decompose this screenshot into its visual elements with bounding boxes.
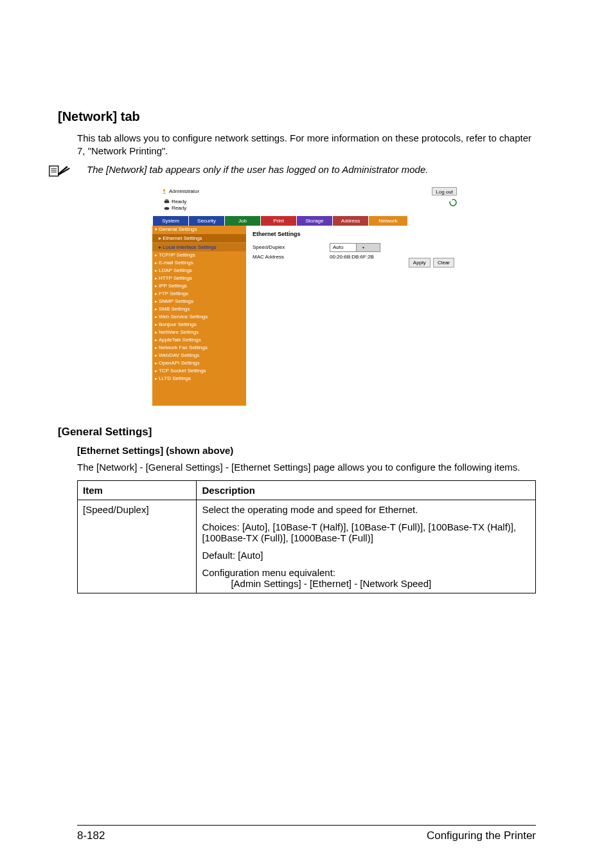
sidebar-item-netware[interactable]: NetWare Settings — [152, 329, 246, 336]
desc-line5: [Admin Settings] - [Ethernet] - [Network… — [202, 578, 530, 589]
table-header-row: Item Description — [78, 480, 536, 500]
th-item: Item — [78, 480, 197, 500]
tab-storage[interactable]: Storage — [297, 216, 333, 226]
chevron-down-icon — [356, 244, 380, 251]
network-tab-heading: [Network] tab — [58, 109, 536, 124]
table-row: [Speed/Duplex] Select the operating mode… — [78, 500, 536, 593]
tab-print[interactable]: Print — [261, 216, 297, 226]
content-title: Ethernet Settings — [253, 231, 454, 237]
sidebar-item-snmp[interactable]: SNMP Settings — [152, 298, 246, 305]
tab-system[interactable]: System — [153, 216, 189, 226]
note-block: The [Network] tab appears only if the us… — [48, 163, 536, 177]
current-user-label: Administrator — [169, 188, 199, 194]
th-description: Description — [197, 480, 536, 500]
sidebar-item-webdav[interactable]: WebDAV Settings — [152, 352, 246, 359]
speed-duplex-select[interactable]: Auto — [330, 243, 380, 252]
printer-status: Ready — [172, 199, 186, 204]
svg-point-5 — [163, 189, 166, 192]
sidebar-item-ethernet-label: Ethernet Settings — [163, 235, 202, 241]
svg-rect-0 — [49, 166, 58, 176]
intro-paragraph: This tab allows you to configure network… — [77, 132, 536, 157]
svg-point-8 — [164, 207, 170, 210]
note-text: The [Network] tab appears only if the us… — [87, 163, 428, 176]
td-description: Select the operating mode and speed for … — [197, 500, 536, 593]
scanner-status: Ready — [172, 205, 186, 211]
tab-address[interactable]: Address — [333, 216, 369, 226]
user-icon — [161, 188, 167, 194]
general-settings-heading: [General Settings] — [58, 426, 536, 439]
current-user-indicator: Administrator — [161, 188, 199, 194]
printer-ready-icon — [164, 199, 170, 204]
apply-button[interactable]: Apply — [409, 258, 431, 267]
page-number: 8-182 — [77, 829, 105, 842]
td-item: [Speed/Duplex] — [78, 500, 197, 593]
tab-network[interactable]: Network — [369, 216, 408, 226]
refresh-icon[interactable] — [449, 199, 457, 206]
desc-line2: Choices: [Auto], [10Base-T (Half)], [10B… — [202, 521, 530, 543]
settings-table: Item Description [Speed/Duplex] Select t… — [77, 480, 536, 593]
scanner-ready-icon — [164, 205, 170, 211]
sidebar-item-bonjour[interactable]: Bonjour Settings — [152, 321, 246, 329]
sidebar-item-local-interface-label: Local Interface Settings — [163, 244, 217, 250]
tab-security[interactable]: Security — [189, 216, 225, 226]
svg-rect-7 — [165, 199, 168, 201]
clear-button[interactable]: Clear — [433, 258, 454, 267]
top-tabs: System Security Job Print Storage Addres… — [152, 216, 461, 226]
page-footer: 8-182 Configuring the Printer — [77, 825, 536, 842]
note-icon — [48, 165, 71, 177]
sidebar-item-lltd[interactable]: LLTD Settings — [152, 375, 246, 383]
tab-job[interactable]: Job — [225, 216, 261, 226]
sidebar-item-http[interactable]: HTTP Settings — [152, 275, 246, 282]
embedded-screenshot: Administrator Log out Ready Ready — [152, 185, 461, 406]
sidebar-group-general[interactable]: General Settings — [152, 226, 246, 233]
svg-rect-6 — [164, 201, 170, 203]
sidebar-item-ldap[interactable]: LDAP Settings — [152, 267, 246, 275]
sidebar-item-appletalk[interactable]: AppleTalk Settings — [152, 336, 246, 344]
sidebar-item-ftp[interactable]: FTP Settings — [152, 290, 246, 298]
table-lead-paragraph: The [Network] - [General Settings] - [Et… — [77, 461, 536, 474]
sidebar-item-networkfax[interactable]: Network Fax Settings — [152, 344, 246, 352]
ethernet-settings-subheading: [Ethernet Settings] (shown above) — [77, 445, 536, 456]
mac-address-value: 00:20:6B:DB:6F:2B — [330, 254, 374, 260]
sidebar-item-tcpip[interactable]: TCP/IP Settings — [152, 251, 246, 259]
sidebar-item-ipp[interactable]: IPP Settings — [152, 282, 246, 290]
content-pane: Ethernet Settings Speed/Duplex Auto MAC … — [246, 226, 461, 406]
sidebar: General Settings ▸ Ethernet Settings ▸ L… — [152, 226, 246, 406]
sidebar-item-tcpsocket[interactable]: TCP Socket Settings — [152, 367, 246, 375]
sidebar-item-smb[interactable]: SMB Settings — [152, 305, 246, 313]
logout-button[interactable]: Log out — [432, 187, 457, 195]
mac-address-label: MAC Address — [253, 254, 330, 260]
speed-duplex-value: Auto — [330, 244, 356, 250]
desc-line1: Select the operating mode and speed for … — [202, 504, 530, 515]
sidebar-item-email[interactable]: E-mail Settings — [152, 259, 246, 267]
desc-line3: Default: [Auto] — [202, 550, 530, 561]
footer-title: Configuring the Printer — [427, 829, 536, 842]
sidebar-item-ethernet[interactable]: ▸ Ethernet Settings — [152, 233, 246, 242]
sidebar-item-local-interface[interactable]: ▸ Local Interface Settings — [152, 242, 246, 251]
sidebar-item-webservice[interactable]: Web Service Settings — [152, 313, 246, 321]
speed-duplex-label: Speed/Duplex — [253, 244, 330, 250]
desc-line4: Configuration menu equivalent: — [202, 567, 530, 578]
sidebar-item-openapi[interactable]: OpenAPI Settings — [152, 359, 246, 367]
